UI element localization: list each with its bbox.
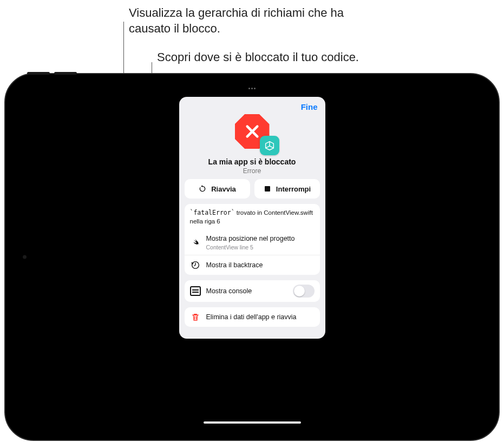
volume-up-button [27,72,50,75]
delete-restart-label: Elimina i dati dell'app e riavvia [206,313,315,322]
show-backtrace-label: Mostra il backtrace [206,261,315,270]
error-card: `fatalError` trovato in ContentView.swif… [185,204,320,275]
show-console-label: Mostra console [206,287,287,296]
error-prefix: `fatalError` [190,209,235,216]
home-indicator[interactable] [204,421,301,424]
error-message: `fatalError` trovato in ContentView.swif… [185,204,320,230]
callout-position-text: Scopri dove si è bloccato il tuo codice. [157,50,460,65]
restart-label: Riavvia [211,185,236,193]
show-position-sub: ContentView line 5 [206,244,315,250]
restart-icon [198,184,207,193]
console-card: Mostra console [185,280,320,302]
front-camera [23,255,27,259]
destructive-card: Elimina i dati dell'app e riavvia [185,307,320,327]
done-button[interactable]: Fine [301,102,318,111]
stop-button[interactable]: Interrompi [254,179,320,199]
restart-button[interactable]: Riavvia [185,179,250,199]
show-position-row[interactable]: Mostra posizione nel progetto ContentVie… [185,230,320,255]
crash-title: La mia app si è bloccato [185,157,320,166]
statusbar-dots [246,88,258,90]
backtrace-icon [190,260,201,271]
console-toggle[interactable] [293,285,315,298]
crash-sheet: Fine [179,97,325,339]
show-position-label: Mostra posizione nel progetto [206,234,315,243]
callout-backtrace-text: Visualizza la gerarchia di richiami che … [129,5,378,36]
volume-down-button [54,72,77,75]
ipad-screen: Fine [17,86,487,428]
ipad-frame: Fine [4,73,500,441]
swift-book-icon [260,136,279,155]
crash-hero: La mia app si è bloccato Errore [185,114,320,175]
console-icon [190,286,201,296]
trash-icon [190,312,201,322]
stop-label: Interrompi [276,185,311,193]
show-console-row[interactable]: Mostra console [185,280,320,302]
crash-subtitle: Errore [185,167,320,175]
delete-restart-row[interactable]: Elimina i dati dell'app e riavvia [185,307,320,327]
swift-icon [190,237,201,248]
stop-icon [263,184,272,193]
show-backtrace-row[interactable]: Mostra il backtrace [185,255,320,275]
